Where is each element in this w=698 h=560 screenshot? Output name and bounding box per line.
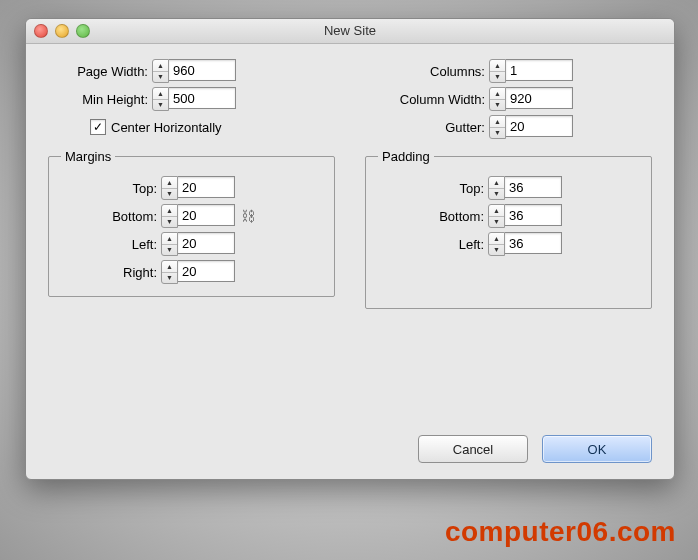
titlebar: New Site bbox=[26, 19, 674, 44]
column-width-label: Column Width: bbox=[365, 92, 489, 107]
stepper-buttons[interactable]: ▲ ▼ bbox=[489, 87, 506, 111]
min-height-label: Min Height: bbox=[48, 92, 152, 107]
padding-fieldset: Padding Top: ▲▼ Bottom: ▲▼ bbox=[365, 149, 652, 309]
dialog-window: New Site Page Width: ▲ ▼ Min Height: bbox=[25, 18, 675, 480]
padding-left-label: Left: bbox=[378, 237, 488, 252]
stepper-buttons[interactable]: ▲▼ bbox=[161, 260, 178, 284]
margins-group: Margins Top: ▲▼ Bottom: ▲▼ bbox=[48, 149, 335, 309]
gutter-stepper[interactable]: ▲ ▼ bbox=[489, 115, 573, 139]
margin-left-stepper[interactable]: ▲▼ bbox=[161, 232, 235, 256]
margin-bottom-stepper[interactable]: ▲▼ bbox=[161, 204, 235, 228]
margins-fieldset: Margins Top: ▲▼ Bottom: ▲▼ bbox=[48, 149, 335, 297]
margin-right-input[interactable] bbox=[178, 260, 235, 282]
chevron-up-icon[interactable]: ▲ bbox=[490, 60, 505, 72]
chevron-down-icon[interactable]: ▼ bbox=[162, 245, 177, 256]
chevron-up-icon[interactable]: ▲ bbox=[490, 88, 505, 100]
margin-right-stepper[interactable]: ▲▼ bbox=[161, 260, 235, 284]
min-height-input[interactable] bbox=[169, 87, 236, 109]
stepper-buttons[interactable]: ▲▼ bbox=[488, 232, 505, 256]
chevron-up-icon[interactable]: ▲ bbox=[153, 88, 168, 100]
stepper-buttons[interactable]: ▲▼ bbox=[488, 204, 505, 228]
padding-left-stepper[interactable]: ▲▼ bbox=[488, 232, 562, 256]
padding-top-stepper[interactable]: ▲▼ bbox=[488, 176, 562, 200]
cancel-button[interactable]: Cancel bbox=[418, 435, 528, 463]
zoom-icon[interactable] bbox=[76, 24, 90, 38]
window-title: New Site bbox=[324, 23, 376, 38]
column-width-input[interactable] bbox=[506, 87, 573, 109]
page-width-input[interactable] bbox=[169, 59, 236, 81]
dialog-buttons: Cancel OK bbox=[418, 435, 652, 463]
min-height-stepper[interactable]: ▲ ▼ bbox=[152, 87, 236, 111]
chevron-up-icon[interactable]: ▲ bbox=[489, 233, 504, 245]
padding-bottom-input[interactable] bbox=[505, 204, 562, 226]
chevron-up-icon[interactable]: ▲ bbox=[162, 233, 177, 245]
chevron-down-icon[interactable]: ▼ bbox=[490, 128, 505, 139]
chevron-down-icon[interactable]: ▼ bbox=[489, 217, 504, 228]
window-controls bbox=[34, 24, 90, 38]
chevron-down-icon[interactable]: ▼ bbox=[490, 100, 505, 111]
column-width-stepper[interactable]: ▲ ▼ bbox=[489, 87, 573, 111]
chevron-down-icon[interactable]: ▼ bbox=[162, 273, 177, 284]
dialog-body: Page Width: ▲ ▼ Min Height: ▲ ▼ bbox=[26, 43, 674, 479]
margin-top-stepper[interactable]: ▲▼ bbox=[161, 176, 235, 200]
page-settings: Page Width: ▲ ▼ Min Height: ▲ ▼ bbox=[48, 57, 335, 141]
watermark-text: computer06.com bbox=[445, 516, 676, 548]
chevron-up-icon[interactable]: ▲ bbox=[153, 60, 168, 72]
center-horizontally-label: Center Horizontally bbox=[111, 120, 222, 135]
chevron-up-icon[interactable]: ▲ bbox=[162, 261, 177, 273]
stepper-buttons[interactable]: ▲▼ bbox=[161, 232, 178, 256]
gutter-input[interactable] bbox=[506, 115, 573, 137]
margin-left-input[interactable] bbox=[178, 232, 235, 254]
padding-legend: Padding bbox=[378, 149, 434, 164]
margin-top-input[interactable] bbox=[178, 176, 235, 198]
chevron-up-icon[interactable]: ▲ bbox=[162, 205, 177, 217]
stepper-buttons[interactable]: ▲▼ bbox=[161, 176, 178, 200]
margin-top-label: Top: bbox=[61, 181, 161, 196]
margin-bottom-label: Bottom: bbox=[61, 209, 161, 224]
chevron-down-icon[interactable]: ▼ bbox=[153, 72, 168, 83]
stepper-buttons[interactable]: ▲ ▼ bbox=[489, 115, 506, 139]
chevron-up-icon[interactable]: ▲ bbox=[489, 177, 504, 189]
page-width-label: Page Width: bbox=[48, 64, 152, 79]
stepper-buttons[interactable]: ▲ ▼ bbox=[152, 59, 169, 83]
gutter-label: Gutter: bbox=[365, 120, 489, 135]
padding-left-input[interactable] bbox=[505, 232, 562, 254]
bottom-columns: Margins Top: ▲▼ Bottom: ▲▼ bbox=[48, 149, 652, 309]
margin-right-label: Right: bbox=[61, 265, 161, 280]
top-columns: Page Width: ▲ ▼ Min Height: ▲ ▼ bbox=[48, 57, 652, 141]
chevron-up-icon[interactable]: ▲ bbox=[489, 205, 504, 217]
stepper-buttons[interactable]: ▲ ▼ bbox=[152, 87, 169, 111]
columns-label: Columns: bbox=[365, 64, 489, 79]
stepper-buttons[interactable]: ▲▼ bbox=[161, 204, 178, 228]
chevron-down-icon[interactable]: ▼ bbox=[489, 245, 504, 256]
margins-legend: Margins bbox=[61, 149, 115, 164]
chevron-up-icon[interactable]: ▲ bbox=[490, 116, 505, 128]
close-icon[interactable] bbox=[34, 24, 48, 38]
column-settings: Columns: ▲ ▼ Column Width: ▲ ▼ bbox=[365, 57, 652, 141]
padding-bottom-label: Bottom: bbox=[378, 209, 488, 224]
padding-bottom-stepper[interactable]: ▲▼ bbox=[488, 204, 562, 228]
chevron-up-icon[interactable]: ▲ bbox=[162, 177, 177, 189]
checkmark-icon: ✓ bbox=[93, 121, 103, 133]
padding-group: Padding Top: ▲▼ Bottom: ▲▼ bbox=[365, 149, 652, 309]
ok-button[interactable]: OK bbox=[542, 435, 652, 463]
stepper-buttons[interactable]: ▲ ▼ bbox=[489, 59, 506, 83]
minimize-icon[interactable] bbox=[55, 24, 69, 38]
center-horizontally-checkbox[interactable]: ✓ bbox=[90, 119, 106, 135]
padding-top-label: Top: bbox=[378, 181, 488, 196]
margin-bottom-input[interactable] bbox=[178, 204, 235, 226]
stepper-buttons[interactable]: ▲▼ bbox=[488, 176, 505, 200]
chevron-down-icon[interactable]: ▼ bbox=[153, 100, 168, 111]
page-width-stepper[interactable]: ▲ ▼ bbox=[152, 59, 236, 83]
link-icon[interactable]: ⛓ bbox=[241, 208, 255, 224]
columns-stepper[interactable]: ▲ ▼ bbox=[489, 59, 573, 83]
columns-input[interactable] bbox=[506, 59, 573, 81]
chevron-down-icon[interactable]: ▼ bbox=[490, 72, 505, 83]
chevron-down-icon[interactable]: ▼ bbox=[162, 217, 177, 228]
padding-top-input[interactable] bbox=[505, 176, 562, 198]
chevron-down-icon[interactable]: ▼ bbox=[489, 189, 504, 200]
margin-left-label: Left: bbox=[61, 237, 161, 252]
chevron-down-icon[interactable]: ▼ bbox=[162, 189, 177, 200]
